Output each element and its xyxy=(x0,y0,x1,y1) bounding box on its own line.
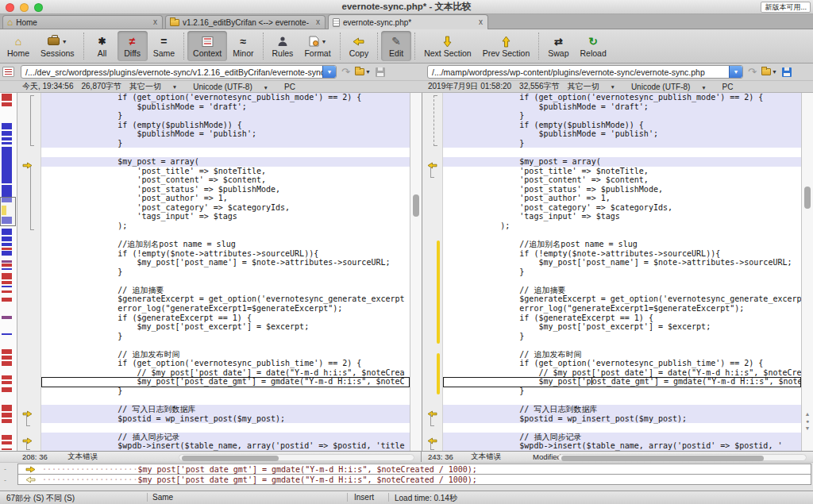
code-line[interactable]: if (!empty($note->attributes->sourceURL)… xyxy=(41,249,410,259)
code-line[interactable]: // $my_post['post_date'] = date("Y-m-d h… xyxy=(41,368,410,378)
left-encoding-dropdown[interactable]: Unicode (UTF-8) ▼ xyxy=(193,83,276,91)
browse-folder-icon[interactable]: ▼ xyxy=(355,68,371,75)
code-line[interactable]: if (get_option('evernotesync_publish_mod… xyxy=(41,93,410,102)
path-dropdown-button[interactable]: ▼ xyxy=(322,66,336,78)
code-line[interactable]: } xyxy=(41,139,410,148)
code-line[interactable]: if (!empty($note->attributes->sourceURL)… xyxy=(443,249,801,259)
prev-section-button[interactable]: Prev Section xyxy=(477,31,536,61)
code-line[interactable]: // 写入日志到数据库 xyxy=(443,405,801,414)
code-line[interactable]: // 追加摘要 xyxy=(443,286,801,295)
code-line[interactable] xyxy=(443,396,801,406)
code-line[interactable]: // 追加发布时间 xyxy=(443,350,801,360)
copy-to-right-arrow-icon[interactable] xyxy=(18,466,42,473)
code-line[interactable] xyxy=(41,148,410,157)
code-line[interactable] xyxy=(41,423,410,433)
code-line[interactable]: // 追加发布时间 xyxy=(41,350,410,360)
scrollbar-thumb[interactable] xyxy=(561,456,764,461)
right-file-path-input[interactable]: /.../mamp/wordpress/wp-content/plugins/e… xyxy=(427,65,743,79)
left-vertical-scrollbar[interactable] xyxy=(410,93,422,451)
code-line[interactable]: } xyxy=(41,267,410,277)
code-line[interactable]: $my_post['post_excerpt'] = $excerpt; xyxy=(41,322,410,332)
home-button[interactable]: ⌂ Home xyxy=(2,31,35,61)
sessions-button[interactable]: ▼ Sessions xyxy=(35,31,80,61)
code-line[interactable] xyxy=(41,276,410,286)
code-line[interactable]: 'post_author' => 1, xyxy=(443,194,801,203)
code-line[interactable]: if (empty($publishMode)) { xyxy=(41,121,410,130)
right-horizontal-scrollbar[interactable] xyxy=(558,454,807,461)
rules-button[interactable]: Rules xyxy=(267,31,299,61)
code-line[interactable]: // $my_post['post_date'] = date("Y-m-d h… xyxy=(443,368,801,378)
code-line[interactable]: 'post_status' => $publishMode, xyxy=(443,185,801,194)
left-file-path-input[interactable]: /.../dev_src/wordpress/plugins/evernote-… xyxy=(21,65,337,79)
minimize-window-button[interactable] xyxy=(20,3,29,12)
code-line[interactable]: 'tags_input' => $tags xyxy=(41,212,410,221)
code-line[interactable]: } xyxy=(443,332,801,341)
code-line[interactable]: $my_post['post_excerpt'] = $excerpt; xyxy=(443,322,801,332)
code-line[interactable]: $postid = wp_insert_post($my_post); xyxy=(41,414,410,424)
code-line[interactable]: 'post_title' => $noteTitle, xyxy=(41,167,410,176)
code-line[interactable] xyxy=(443,230,801,240)
code-line[interactable] xyxy=(443,276,801,286)
code-line[interactable]: $publishMode = 'draft'; xyxy=(443,102,801,112)
code-line[interactable]: // 插入同步记录 xyxy=(443,433,801,442)
code-line[interactable]: 'post_content' => $content, xyxy=(41,175,410,185)
scrollbar-thumb[interactable] xyxy=(804,187,811,209)
code-line[interactable]: $publishMode = 'publish'; xyxy=(443,129,801,139)
all-button[interactable]: ✱ All xyxy=(87,31,118,61)
copy-to-left-arrow-icon[interactable] xyxy=(18,476,42,483)
code-line[interactable]: $generateExcerpt = get_option('evernotes… xyxy=(443,294,801,304)
code-line[interactable]: if (get_option('evernotesync_publish_mod… xyxy=(443,93,801,102)
code-line[interactable]: ); xyxy=(41,221,410,231)
code-line[interactable] xyxy=(443,423,801,433)
code-line[interactable]: 'post_title' => $noteTitle, xyxy=(443,167,801,176)
close-tab-icon[interactable]: x xyxy=(478,18,484,26)
browse-folder-icon[interactable]: ▼ xyxy=(761,68,777,75)
code-line[interactable]: if (get_option('evernotesync_publish_tim… xyxy=(41,359,410,368)
diff-map[interactable] xyxy=(0,93,17,451)
undo-icon[interactable]: ↷ xyxy=(341,66,350,78)
diff-map-viewport[interactable] xyxy=(0,197,16,226)
code-line[interactable]: $my_post = array( xyxy=(443,157,801,167)
close-window-button[interactable] xyxy=(6,3,14,12)
left-horizontal-scrollbar[interactable] xyxy=(179,454,414,461)
tab-session-folder[interactable]: v1.2.16_editByCrifan <--> evernote- x xyxy=(165,15,326,29)
code-line[interactable]: //追加别名post name = slug xyxy=(41,240,410,249)
code-line[interactable]: } xyxy=(41,111,410,121)
code-line[interactable]: // 插入同步记录 xyxy=(41,433,410,442)
right-format-dropdown[interactable]: 其它一切 ▼ xyxy=(568,81,623,92)
code-line[interactable]: $my_post['post_name'] = $note->attribute… xyxy=(443,258,801,267)
code-line[interactable]: if (get_option('evernotesync_publish_tim… xyxy=(443,359,801,368)
context-button[interactable]: Context xyxy=(187,31,227,61)
code-line[interactable]: if ($generateExcerpt == 1) { xyxy=(41,314,410,323)
scrollbar-thumb[interactable] xyxy=(182,456,279,461)
code-line[interactable] xyxy=(41,230,410,240)
code-line[interactable]: } xyxy=(443,267,801,277)
code-line[interactable] xyxy=(443,340,801,350)
zoom-window-button[interactable] xyxy=(34,3,43,12)
code-line[interactable]: if (empty($publishMode)) { xyxy=(443,121,801,130)
reload-button[interactable]: ↻ Reload xyxy=(574,31,611,61)
code-line[interactable]: $generateExcerpt = get_option('evernotes… xyxy=(41,294,410,304)
save-right-icon[interactable] xyxy=(782,67,792,77)
right-encoding-dropdown[interactable]: Unicode (UTF-8) ▼ xyxy=(631,83,715,91)
code-line[interactable] xyxy=(443,148,801,157)
code-line[interactable]: $my_post['post_date_gmt'] = gmdate("Y-m-… xyxy=(443,377,801,387)
code-line[interactable]: 'post_category' => $categoryIds, xyxy=(41,203,410,213)
code-line[interactable]: //追加别名post name = slug xyxy=(443,240,801,249)
code-line[interactable]: error_log("generateExcerpt1=$generateExc… xyxy=(41,304,410,314)
code-line[interactable]: } xyxy=(443,387,801,396)
code-line[interactable]: } xyxy=(443,139,801,148)
code-line[interactable]: error_log("generateExcerpt1=$generateExc… xyxy=(443,304,801,314)
session-list-icon[interactable] xyxy=(2,67,14,77)
right-code-editor[interactable]: if (get_option('evernotesync_publish_mod… xyxy=(443,93,801,451)
right-vertical-scrollbar[interactable]: ▲●▼ xyxy=(801,93,813,451)
scroll-arrows[interactable]: ▲●▼ xyxy=(803,410,811,432)
undo-icon[interactable]: ↷ xyxy=(748,66,757,78)
same-button[interactable]: = Same xyxy=(148,31,180,61)
code-line[interactable]: 'post_author' => 1, xyxy=(41,194,410,203)
edit-button[interactable]: ✎ Edit xyxy=(381,31,411,61)
code-line[interactable]: 'post_status' => $publishMode, xyxy=(41,185,410,194)
close-tab-icon[interactable]: x xyxy=(152,18,158,26)
format-button[interactable]: ▼ Format xyxy=(299,31,336,61)
copy-button[interactable]: Copy xyxy=(344,31,375,61)
